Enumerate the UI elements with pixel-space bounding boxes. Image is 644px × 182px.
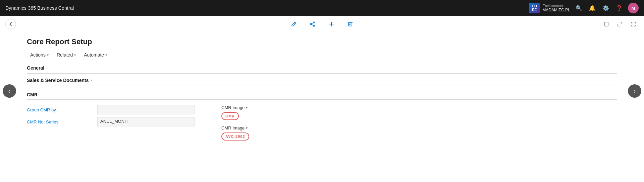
- automate-chevron-icon: ▾: [105, 53, 107, 57]
- bookmark-icon: [604, 21, 609, 27]
- search-icon[interactable]: 🔍: [574, 4, 584, 13]
- help-icon[interactable]: ❓: [614, 4, 624, 13]
- action-bar: Actions ▾ Related ▾ Automate ▾: [0, 49, 644, 61]
- environment-badge: CO RE Environment: MADAMIEC.PL: [529, 3, 570, 13]
- cmr-section: CMR Group CMR by · · · · · · · · · · CMR…: [0, 89, 644, 149]
- app-name: Dynamics 365 Business Central: [5, 5, 74, 11]
- fullscreen-button[interactable]: [628, 20, 639, 28]
- topbar-right: CO RE Environment: MADAMIEC.PL 🔍 🔔 ⚙️ ❓ …: [529, 3, 639, 13]
- nav-right-button[interactable]: ›: [628, 84, 641, 98]
- svg-line-4: [312, 23, 313, 24]
- back-arrow-icon: [8, 22, 13, 26]
- cmr-image2-chevron-icon: ▾: [246, 126, 248, 130]
- toolbar: [0, 16, 644, 32]
- back-button[interactable]: [5, 19, 16, 29]
- sales-service-section-title: Sales & Service Documents: [27, 78, 89, 83]
- automate-label: Automate: [84, 52, 104, 58]
- page-title: Core Report Setup: [27, 37, 617, 46]
- general-section-chevron-icon: ›: [46, 66, 48, 70]
- automate-menu[interactable]: Automate ▾: [80, 50, 110, 60]
- svg-rect-13: [605, 22, 608, 26]
- env-text: Environment: MADAMIEC.PL: [542, 4, 570, 12]
- page-header: Core Report Setup: [0, 32, 644, 49]
- delete-icon: [347, 21, 353, 27]
- group-cmr-by-value[interactable]: [97, 105, 195, 114]
- related-chevron-icon: ▾: [74, 53, 76, 57]
- general-section-header[interactable]: General ›: [27, 61, 617, 74]
- edit-button[interactable]: [288, 20, 299, 28]
- env-name: MADAMIEC.PL: [542, 8, 570, 12]
- cmr-no-series-label[interactable]: CMR No. Series: [27, 119, 84, 124]
- toolbar-left: [5, 19, 16, 29]
- group-cmr-by-label[interactable]: Group CMR by: [27, 107, 84, 112]
- cmr-image2-badge[interactable]: AVC-2002: [221, 132, 249, 141]
- toolbar-center: [288, 20, 356, 28]
- cmr-section-title: CMR: [27, 89, 617, 100]
- page-content: Core Report Setup Actions ▾ Related ▾ Au…: [0, 32, 644, 182]
- cmr-no-series-dots: · · · · · · · · · ·: [84, 118, 97, 126]
- share-icon: [310, 21, 315, 27]
- env-logo-text: CO RE: [532, 4, 537, 12]
- sales-service-chevron-icon: ›: [91, 78, 92, 82]
- svg-point-1: [313, 22, 315, 23]
- cmr-image1-chevron-icon: ▾: [246, 106, 248, 109]
- related-label: Related: [57, 52, 73, 58]
- settings-icon[interactable]: ⚙️: [601, 4, 610, 13]
- cmr-image1-label[interactable]: CMR Image ▾: [221, 105, 617, 110]
- cmr-images: CMR Image ▾ CMR CMR Image ▾ AVC-2002: [221, 105, 617, 146]
- svg-rect-8: [348, 23, 352, 26]
- related-menu[interactable]: Related ▾: [53, 50, 79, 60]
- actions-chevron-icon: ▾: [47, 53, 49, 57]
- toolbar-right: [601, 20, 639, 28]
- cmr-no-series-row: CMR No. Series · · · · · · · · · · ANUL_…: [27, 117, 195, 126]
- svg-line-5: [312, 24, 313, 25]
- svg-point-2: [313, 25, 315, 26]
- new-button[interactable]: [326, 20, 337, 28]
- nav-left-button[interactable]: ‹: [3, 84, 16, 98]
- svg-point-3: [310, 23, 312, 25]
- sales-service-section: Sales & Service Documents ›: [0, 74, 644, 86]
- actions-label: Actions: [30, 52, 46, 58]
- edit-icon: [291, 21, 297, 27]
- group-cmr-by-dots: · · · · · · · · · ·: [84, 106, 97, 114]
- env-logo: CO RE: [529, 3, 540, 13]
- topbar: Dynamics 365 Business Central CO RE Envi…: [0, 0, 644, 16]
- sales-service-section-header[interactable]: Sales & Service Documents ›: [27, 74, 617, 86]
- expand-button[interactable]: [614, 20, 625, 28]
- cmr-fields: Group CMR by · · · · · · · · · · CMR No.…: [27, 105, 195, 146]
- notification-icon[interactable]: 🔔: [588, 4, 597, 13]
- cmr-no-series-value[interactable]: ANUL_MONIT: [97, 117, 195, 126]
- env-label: Environment:: [542, 4, 570, 8]
- new-icon: [329, 21, 334, 27]
- cmr-image1-badge[interactable]: CMR: [221, 112, 239, 120]
- general-section-title: General: [27, 65, 44, 71]
- svg-line-0: [294, 23, 295, 24]
- fullscreen-icon: [631, 21, 636, 27]
- bookmark-button[interactable]: [601, 20, 612, 28]
- cmr-body: Group CMR by · · · · · · · · · · CMR No.…: [27, 102, 617, 149]
- user-avatar[interactable]: M: [628, 3, 639, 13]
- cmr-image2-label[interactable]: CMR Image ▾: [221, 125, 617, 130]
- share-button[interactable]: [307, 20, 318, 28]
- general-section: General ›: [0, 61, 644, 74]
- actions-menu[interactable]: Actions ▾: [27, 50, 52, 60]
- expand-icon: [617, 21, 623, 27]
- delete-button[interactable]: [345, 20, 356, 28]
- group-cmr-by-row: Group CMR by · · · · · · · · · ·: [27, 105, 195, 114]
